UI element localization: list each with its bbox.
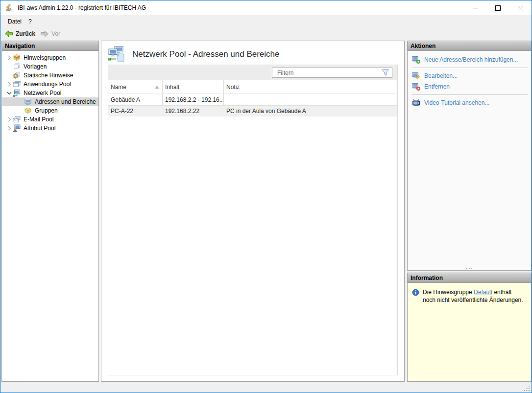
maximize-button[interactable] [486, 0, 509, 15]
menu-datei[interactable]: Datei [4, 16, 25, 27]
information-body: Die Hinweisgruppe Default enthält noch n… [408, 283, 531, 304]
filter-strip [108, 65, 397, 80]
filter-funnel-icon[interactable] [381, 69, 389, 76]
nav-item-statische-hinweise[interactable]: Statische Hinweise [2, 71, 98, 80]
back-button[interactable]: Zurück [4, 30, 35, 37]
table-header-row: Name Inhalt Notiz [108, 80, 397, 94]
forward-button[interactable]: Vor [40, 30, 60, 37]
window-title: IBI-aws Admin 1.22.0 - registriert für I… [18, 4, 146, 11]
information-header: Information [408, 273, 531, 283]
nav-item-label: Adressen und Bereiche [35, 98, 96, 105]
monitor-icon [24, 98, 32, 106]
info-icon [412, 289, 419, 296]
minimize-icon [473, 5, 478, 11]
maximize-icon [495, 5, 501, 11]
window-controls [464, 0, 532, 15]
gear-document-icon [13, 71, 21, 79]
back-arrow-icon [4, 30, 13, 37]
cell-notiz: PC in der Aula von Gebäude A [224, 106, 397, 116]
nav-item-label: Gruppen [35, 107, 58, 114]
edit-link[interactable]: Bearbeiten... [408, 70, 531, 81]
chevron-right-icon[interactable] [5, 125, 13, 132]
close-icon [518, 5, 523, 11]
templates-icon [13, 63, 21, 70]
remove-link[interactable]: Entfernen [408, 81, 531, 92]
address-table-container: Name Inhalt Notiz Gebäude A 192.168.2.2 … [108, 65, 398, 375]
nav-item-label: Netzwerk Pool [24, 90, 61, 96]
resize-grip[interactable] [524, 385, 530, 392]
app-window: IBI-aws Admin 1.22.0 - registriert für I… [0, 0, 532, 393]
forward-label: Vor [51, 30, 60, 37]
navigation-tree: Hinweisgruppen Vorlagen [2, 51, 98, 133]
nav-item-label: E-Mail Pool [24, 116, 53, 123]
chevron-spacer [5, 63, 13, 70]
action-label: Neue Adresse/Bereich hinzufügen... [424, 56, 518, 63]
chevron-right-icon[interactable] [5, 54, 13, 62]
nav-item-vorlagen[interactable]: Vorlagen [2, 62, 98, 71]
table-row[interactable]: Gebäude A 192.168.2.2 - 192.16... [108, 94, 397, 105]
minimize-button[interactable] [464, 0, 486, 15]
forward-arrow-icon [40, 30, 49, 37]
nav-item-adressen-und-bereiche[interactable]: Adressen und Bereiche [2, 97, 98, 106]
add-address-icon [412, 56, 420, 64]
nav-item-anwendungs-pool[interactable]: Anwendungs Pool [2, 80, 98, 89]
nav-item-label: Hinweisgruppen [24, 54, 66, 61]
nav-item-hinweisgruppen[interactable]: Hinweisgruppen [2, 53, 98, 62]
nav-item-label: Vorlagen [24, 63, 47, 70]
column-header-inhalt[interactable]: Inhalt [163, 80, 224, 93]
table-row[interactable]: PC-A-22 192.168.2.22 PC in der Aula von … [108, 105, 397, 116]
back-label: Zurück [16, 30, 35, 37]
email-icon [13, 116, 21, 123]
video-tutorial-icon [412, 99, 420, 107]
video-tutorial-link[interactable]: Video-Tutorial ansehen... [408, 97, 531, 108]
chevron-spacer [5, 72, 13, 79]
action-label: Bearbeiten... [424, 72, 458, 79]
page-title-row: Netzwerk Pool - Adressen und Bereiche [108, 46, 280, 63]
default-group-link[interactable]: Default [474, 289, 492, 296]
actions-list: Neue Adresse/Bereich hinzufügen... Bearb… [408, 51, 531, 108]
nav-item-label: Attribut Pool [24, 125, 55, 132]
nav-item-email-pool[interactable]: E-Mail Pool [2, 115, 98, 124]
page-title: Netzwerk Pool - Adressen und Bereiche [132, 49, 280, 59]
menu-help[interactable]: ? [25, 16, 35, 27]
column-header-name[interactable]: Name [108, 80, 163, 93]
status-bar [0, 382, 532, 393]
navigation-panel: Navigation Hinweisgruppen [1, 41, 99, 382]
panel-splitter[interactable] [466, 268, 472, 269]
info-text-before: Die Hinweisgruppe [423, 289, 474, 296]
chevron-down-icon[interactable] [5, 90, 13, 97]
chevron-right-icon[interactable] [5, 116, 13, 123]
group-box-icon [24, 107, 32, 115]
column-label: Notiz [226, 84, 240, 91]
nav-item-label: Anwendungs Pool [24, 81, 71, 88]
cell-inhalt: 192.168.2.2 - 192.16... [163, 94, 224, 105]
action-label: Video-Tutorial ansehen... [424, 99, 489, 106]
actions-panel: Aktionen Neue Adresse/Bereich hinzufügen… [407, 41, 532, 271]
actions-header: Aktionen [408, 41, 531, 51]
notice-groups-icon [13, 54, 21, 62]
information-panel: Information Die Hinweisgruppe Default en… [407, 273, 532, 382]
toolbar: Zurück Vor [0, 27, 532, 40]
close-button[interactable] [509, 0, 532, 15]
column-label: Inhalt [165, 84, 179, 91]
app-icon [5, 4, 13, 12]
network-pool-icon [13, 89, 21, 97]
action-label: Entfernen [424, 83, 450, 90]
information-message: Die Hinweisgruppe Default enthält noch n… [423, 288, 526, 304]
network-pool-header-icon [108, 46, 125, 63]
add-address-link[interactable]: Neue Adresse/Bereich hinzufügen... [408, 54, 531, 65]
main-panel: Netzwerk Pool - Adressen und Bereiche Na… [101, 41, 405, 382]
cell-notiz [224, 94, 397, 105]
nav-item-attribut-pool[interactable]: Attribut Pool [2, 124, 98, 133]
chevron-right-icon[interactable] [5, 81, 13, 88]
filter-input[interactable] [272, 69, 381, 77]
cell-name: Gebäude A [108, 94, 163, 105]
edit-icon [412, 72, 420, 80]
nav-item-gruppen[interactable]: Gruppen [2, 106, 98, 115]
column-header-notiz[interactable]: Notiz [224, 80, 397, 93]
nav-item-netzwerk-pool[interactable]: Netzwerk Pool [2, 89, 98, 97]
column-label: Name [111, 84, 126, 91]
user-computer-icon [13, 124, 21, 132]
menu-bar: Datei ? [0, 15, 532, 27]
remove-icon [412, 83, 420, 91]
